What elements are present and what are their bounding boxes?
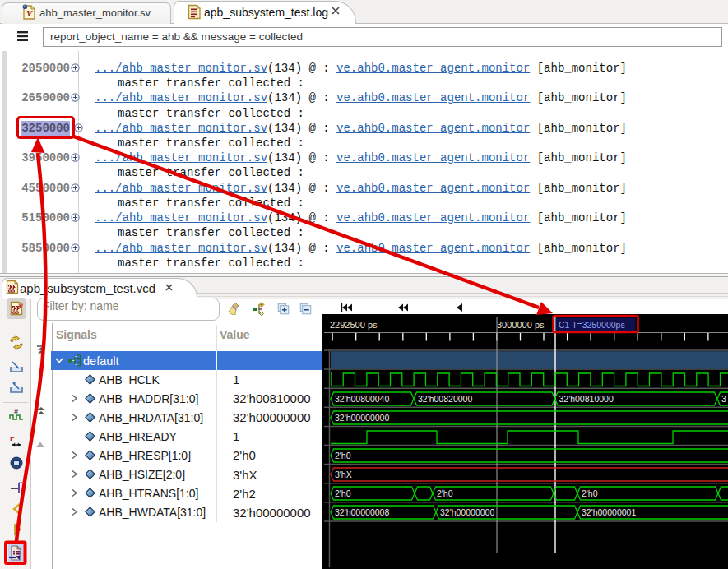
svg-text:2'h0: 2'h0 [582, 488, 598, 498]
svg-text:32'h00000000: 32'h00000000 [440, 507, 494, 517]
svg-text:3'hX: 3'hX [335, 470, 352, 479]
svg-text:32'h00810000: 32'h00810000 [559, 394, 614, 404]
svg-text:2'h0: 2'h0 [437, 488, 453, 498]
svg-text:2'h0: 2'h0 [335, 488, 351, 498]
svg-text:32'h00000008: 32'h00000008 [335, 507, 389, 517]
svg-text:32'h00000000: 32'h00000000 [335, 413, 389, 423]
svg-text:32'h00000001: 32'h00000001 [582, 507, 636, 517]
svg-text:3000000 ps: 3000000 ps [497, 320, 545, 330]
svg-text:32'h00800040: 32'h00800040 [335, 394, 389, 404]
svg-text:3: 3 [721, 394, 726, 404]
svg-text:2292500 ps: 2292500 ps [330, 320, 378, 330]
svg-text:32'h00820000: 32'h00820000 [418, 394, 472, 404]
svg-text:C1 T=3250000ps: C1 T=3250000ps [559, 320, 625, 330]
svg-text:2'h0: 2'h0 [335, 451, 351, 460]
